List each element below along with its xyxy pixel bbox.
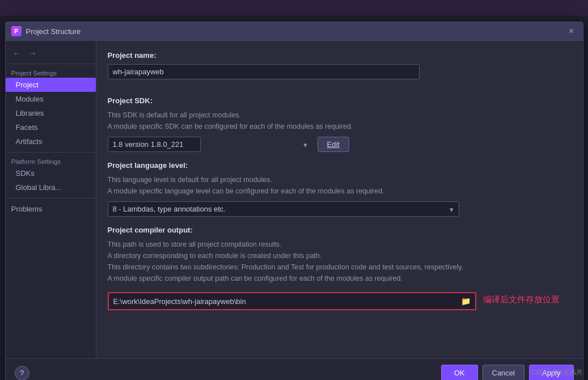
nav-forward-button[interactable]: →	[26, 48, 40, 59]
platform-settings-label: Platform Settings	[6, 156, 96, 166]
project-sdk-label: Project SDK:	[108, 96, 572, 105]
main-content: Project name: Project SDK: This SDK is d…	[96, 41, 583, 358]
nav-back-button[interactable]: ←	[10, 48, 24, 59]
lang-desc: This language level is default for all p…	[108, 174, 572, 197]
taskbar	[0, 0, 588, 16]
folder-browse-icon[interactable]: 📁	[461, 297, 471, 306]
dialog-footer: ? OK Cancel Apply	[6, 358, 583, 380]
sidebar-item-artifacts[interactable]: Artifacts	[6, 134, 96, 149]
project-language-section: Project language level: This language le…	[108, 161, 572, 217]
compiler-output-label: Project compiler output:	[108, 226, 572, 234]
project-name-label: Project name:	[108, 51, 572, 60]
dialog-titlebar: P Project Structure ×	[6, 22, 583, 41]
language-level-select[interactable]: 8 - Lambdas, type annotations etc.	[108, 201, 459, 217]
compiler-output-box: 📁	[108, 292, 476, 310]
sidebar-item-facets[interactable]: Facets	[6, 120, 96, 134]
annotation-text: 编译后文件存放位置	[483, 294, 560, 305]
ok-button[interactable]: OK	[441, 365, 478, 380]
project-name-section: Project name:	[108, 51, 572, 87]
project-language-label: Project language level:	[108, 161, 572, 170]
project-name-input[interactable]	[108, 64, 420, 79]
lang-select-wrapper: 8 - Lambdas, type annotations etc.	[108, 201, 459, 217]
edit-sdk-button[interactable]: Edit	[318, 137, 349, 152]
help-button[interactable]: ?	[15, 366, 29, 381]
cancel-button[interactable]: Cancel	[483, 365, 524, 380]
dialog-body: ← → Project Settings Project Modules Lib…	[6, 41, 583, 358]
sidebar-item-sdks[interactable]: SDKs	[6, 166, 96, 180]
project-structure-dialog: P Project Structure × ← → Project Settin…	[5, 22, 583, 380]
sidebar-item-global-libraries[interactable]: Global Libra...	[6, 180, 96, 195]
dialog-title: Project Structure	[26, 27, 561, 36]
compiler-path-input[interactable]	[113, 297, 458, 306]
sidebar-item-problems[interactable]: Problems	[6, 202, 96, 216]
sidebar-divider-2	[6, 198, 96, 199]
sdk-select-wrapper: 1.8 version 1.8.0_221	[108, 137, 312, 152]
compiler-output-section: Project compiler output: This path is us…	[108, 226, 572, 310]
dialog-overlay: P Project Structure × ← → Project Settin…	[0, 16, 588, 380]
sdk-desc: This SDK is default for all project modu…	[108, 109, 572, 132]
sidebar-divider	[6, 152, 96, 153]
project-sdk-section: Project SDK: This SDK is default for all…	[108, 96, 572, 152]
sidebar-item-modules[interactable]: Modules	[6, 92, 96, 106]
sidebar: ← → Project Settings Project Modules Lib…	[6, 41, 96, 358]
sidebar-item-libraries[interactable]: Libraries	[6, 106, 96, 120]
sdk-row: 1.8 version 1.8.0_221 Edit	[108, 137, 572, 152]
project-settings-label: Project Settings	[6, 67, 96, 78]
sdk-select[interactable]: 1.8 version 1.8.0_221	[108, 137, 201, 152]
sidebar-item-project[interactable]: Project	[6, 78, 96, 92]
compiler-desc: This path is used to store all project c…	[108, 239, 572, 284]
dialog-close-button[interactable]: ×	[566, 26, 577, 37]
watermark: CSDN @也宜风月	[532, 368, 582, 377]
dialog-app-icon: P	[11, 26, 22, 36]
nav-toolbar: ← →	[6, 45, 96, 64]
